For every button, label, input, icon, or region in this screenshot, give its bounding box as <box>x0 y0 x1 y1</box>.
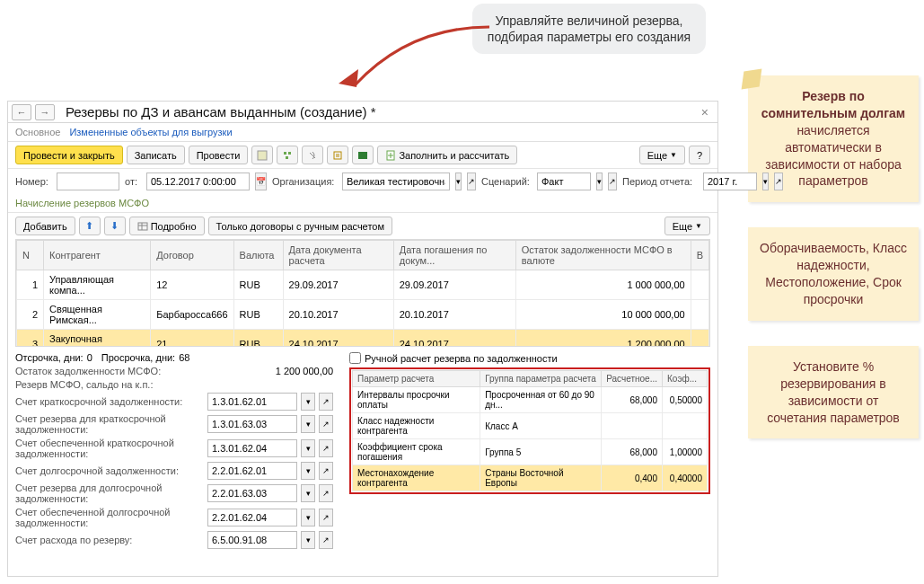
period-open[interactable]: ↗ <box>774 173 783 190</box>
pcol-coef[interactable]: Коэф... <box>663 371 708 387</box>
save-button[interactable]: Записать <box>127 146 185 164</box>
svg-rect-5 <box>358 152 367 159</box>
callout-2: Оборачиваемость, Класс надежности, Место… <box>748 227 919 321</box>
post-and-close-button[interactable]: Провести и закрыть <box>15 146 123 164</box>
pcol-group[interactable]: Группа параметра расчета <box>480 371 602 387</box>
period-input[interactable] <box>703 173 757 190</box>
col-doc-date[interactable]: Дата документа расчета <box>283 241 393 270</box>
acct-label: Счет обеспеченной краткосрочной задолжен… <box>15 438 204 459</box>
window-titlebar: ← → Резервы по ДЗ и авансам выданным (со… <box>8 102 717 123</box>
svg-rect-7 <box>138 223 147 230</box>
manual-calc-checkbox[interactable] <box>349 352 361 364</box>
table-toolbar: Добавить ⬆ ⬇ Подробно Только договоры с … <box>8 213 717 239</box>
col-currency[interactable]: Валюта <box>233 241 283 270</box>
acct-input[interactable] <box>207 393 297 411</box>
acct-dropdown[interactable]: ▾ <box>301 393 315 411</box>
acct-open[interactable]: ↗ <box>319 393 333 411</box>
close-icon[interactable]: × <box>696 105 714 119</box>
acct-dropdown[interactable]: ▾ <box>301 439 315 457</box>
toolbar-attach-button[interactable] <box>302 146 323 164</box>
manual-calc-label: Ручной расчет резерва по задолженности <box>365 353 558 364</box>
pcol-param[interactable]: Параметр расчета <box>353 371 480 387</box>
nav-back-button[interactable]: ← <box>12 104 31 120</box>
params-row[interactable]: Коэффициент срока погашенияГруппа 568,00… <box>353 439 708 465</box>
acct-input[interactable] <box>207 415 297 433</box>
svg-rect-3 <box>286 156 288 159</box>
more-button[interactable]: Еще ▼ <box>639 146 685 164</box>
acct-label: Счет расхода по резерву: <box>15 535 204 545</box>
move-down-button[interactable]: ⬇ <box>104 217 126 235</box>
tab-changed-objects[interactable]: Измененные объекты для выгрузки <box>69 127 232 137</box>
acct-input[interactable] <box>207 509 297 526</box>
tabs-row: Основное Измененные объекты для выгрузки <box>8 123 717 142</box>
col-b[interactable]: В <box>691 241 708 270</box>
delay-value: 0 <box>87 352 98 363</box>
scenario-label: Сценарий: <box>481 176 532 187</box>
table-row[interactable]: 1Управляющая компа...12RUB29.09.201729.0… <box>17 270 709 300</box>
overdue-value: 68 <box>179 352 195 363</box>
nav-fwd-button[interactable]: → <box>35 104 55 120</box>
scenario-open[interactable]: ↗ <box>608 173 617 190</box>
table-row[interactable]: 3Закупочная компания21RUB24.10.201724.10… <box>17 330 709 348</box>
acct-dropdown[interactable]: ▾ <box>301 484 315 502</box>
org-input[interactable] <box>342 173 450 190</box>
toolbar-excel-button[interactable] <box>352 146 374 164</box>
acct-open[interactable]: ↗ <box>319 439 333 457</box>
acct-open[interactable]: ↗ <box>319 531 333 549</box>
acct-input[interactable] <box>207 531 297 549</box>
acct-open[interactable]: ↗ <box>319 509 333 526</box>
help-button[interactable]: ? <box>689 146 710 164</box>
callout-1-title: Резерв по сомнительным долгам <box>761 89 905 120</box>
toolbar-report-button[interactable] <box>327 146 348 164</box>
acct-input[interactable] <box>207 462 297 480</box>
acct-label: Счет резерва для краткосрочной задолженн… <box>15 413 204 435</box>
col-balance[interactable]: Остаток задолженности МСФО в валюте <box>515 241 691 270</box>
params-row[interactable]: Интервалы просрочки оплатыПросроченная о… <box>353 387 708 413</box>
number-label: Номер: <box>15 176 51 187</box>
post-button[interactable]: Провести <box>189 146 249 164</box>
col-contract[interactable]: Договор <box>151 241 233 270</box>
table-row[interactable]: 2Священная Римская...Барбаросса666RUB20.… <box>17 300 709 330</box>
org-dropdown[interactable]: ▾ <box>455 173 462 190</box>
number-input[interactable] <box>57 173 119 190</box>
acct-open[interactable]: ↗ <box>319 415 333 433</box>
toolbar-dt-kt-button[interactable] <box>251 146 273 164</box>
acct-dropdown[interactable]: ▾ <box>301 531 315 549</box>
org-open[interactable]: ↗ <box>467 173 476 190</box>
col-due-date[interactable]: Дата погашения по докум... <box>393 241 515 270</box>
acct-open[interactable]: ↗ <box>319 484 333 502</box>
detailed-button[interactable]: Подробно <box>129 217 205 235</box>
move-up-button[interactable]: ⬆ <box>79 217 101 235</box>
acct-open[interactable]: ↗ <box>319 462 333 480</box>
section-title: Начисление резервов МСФО <box>8 194 717 213</box>
manual-only-button[interactable]: Только договоры с ручным расчетом <box>208 217 392 235</box>
col-counterparty[interactable]: Контрагент <box>44 241 151 270</box>
sidebar-callouts: Резерв по сомнительным долгам начисляетс… <box>748 75 919 464</box>
params-table-box: Параметр расчета Группа параметра расчет… <box>349 367 710 494</box>
params-row[interactable]: Класс надежности контрагентаКласс А <box>353 413 708 439</box>
reserves-table[interactable]: N Контрагент Договор Валюта Дата докумен… <box>15 239 710 347</box>
acct-dropdown[interactable]: ▾ <box>301 509 315 526</box>
date-input[interactable] <box>146 173 250 190</box>
window-title: Резервы по ДЗ и авансам выданным (создан… <box>66 104 692 119</box>
acct-input[interactable] <box>207 439 297 457</box>
acct-dropdown[interactable]: ▾ <box>301 415 315 433</box>
add-row-button[interactable]: Добавить <box>15 217 75 235</box>
scenario-input[interactable] <box>537 173 591 190</box>
tab-main[interactable]: Основное <box>15 127 60 137</box>
col-n[interactable]: N <box>17 241 44 270</box>
period-dropdown[interactable]: ▾ <box>762 173 769 190</box>
reserve-label: Резерв МСФО, сальдо на к.п.: <box>15 379 204 390</box>
callout-3: Установите % резервирования в зависимост… <box>748 346 919 439</box>
toolbar-structure-button[interactable] <box>277 146 298 164</box>
table-more-button[interactable]: Еще ▼ <box>664 217 710 235</box>
acct-input[interactable] <box>207 484 297 502</box>
pcol-calc[interactable]: Расчетное... <box>602 371 663 387</box>
fill-calculate-label: Заполнить и рассчитать <box>399 150 509 161</box>
calendar-icon[interactable]: 📅 <box>255 173 267 190</box>
acct-dropdown[interactable]: ▾ <box>301 462 315 480</box>
fill-calculate-button[interactable]: Заполнить и рассчитать <box>377 146 517 164</box>
scenario-dropdown[interactable]: ▾ <box>596 173 603 190</box>
params-row[interactable]: Местонахождение контрагентаСтраны Восточ… <box>353 465 708 491</box>
svg-rect-1 <box>284 152 286 155</box>
